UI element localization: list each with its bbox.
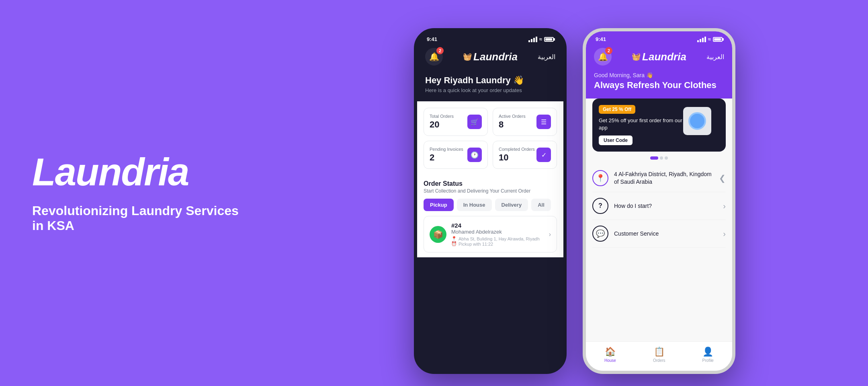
stat-total-orders[interactable]: Total Orders 20 🛒	[424, 108, 488, 136]
order-status-title: Order Status	[424, 180, 557, 187]
notification-badge-2: 2	[605, 47, 612, 54]
customer-service-item[interactable]: 💬 Customer Service ›	[592, 220, 726, 248]
expand-chevron-icon: ❮	[719, 173, 726, 183]
stat-label-active: Active Orders	[499, 114, 526, 119]
stat-completed-orders[interactable]: Completed Orders 10 ✓	[493, 141, 557, 169]
phone1-header: 🔔 2 🧺 Laundria العربية	[417, 45, 563, 74]
promo-dots	[586, 156, 732, 160]
logo-text: Laundria	[473, 51, 518, 63]
clock-icon: ⏰	[451, 241, 457, 246]
promo-text: Get 25% off your first order from our ap…	[599, 117, 683, 131]
stat-icon-cart: 🛒	[467, 115, 482, 129]
profile-nav-label: Profile	[702, 358, 714, 363]
filter-tabs: Pickup In House Delivery All	[424, 199, 557, 211]
dot-1	[650, 156, 658, 160]
location-list-item[interactable]: 📍 4 Al-Fakhriya District, Riyadh, Kingdo…	[592, 164, 726, 192]
stat-pending-invoices[interactable]: Pending Invoices 2 🕐	[424, 141, 488, 169]
arabic-lang-toggle-2[interactable]: العربية	[706, 53, 724, 61]
location-text: 4 Al-Fakhriya District, Riyadh, Kingdom …	[614, 170, 713, 186]
how-to-start-item[interactable]: ? How do I start? ›	[592, 192, 726, 220]
stat-icon-check: ✓	[536, 148, 551, 162]
notification-badge: 2	[436, 47, 444, 54]
logo-2: 🧺 Laundria	[632, 51, 686, 63]
phone-1: 9:41 ≈ 🔔 2 🧺 Lau	[414, 28, 567, 374]
filter-inhouse[interactable]: In House	[457, 199, 492, 211]
logo-hanger-icon-2: 🧺	[632, 52, 641, 61]
home-nav-label: House	[604, 358, 616, 363]
logo: 🧺 Laundria	[463, 51, 518, 63]
phone2-greeting: Good Morning, Sara 👋 Always Refresh Your…	[586, 72, 732, 99]
phone1-greeting: Hey Riyadh Laundry 👋 Here is a quick loo…	[417, 74, 563, 101]
washer-body	[683, 107, 711, 135]
order-customer-name: Mohamed Abdelrazek	[451, 229, 544, 235]
order-time: ⏰ Pickup with 11:22	[451, 241, 544, 246]
arabic-lang-toggle[interactable]: العربية	[538, 53, 555, 61]
stat-value-pending: 2	[430, 152, 463, 163]
stat-label-total: Total Orders	[430, 114, 454, 119]
order-number: #24	[451, 222, 544, 229]
nav-profile[interactable]: 👤 Profile	[702, 347, 714, 363]
dot-3	[665, 156, 668, 160]
order-avatar-icon: 📦	[430, 226, 446, 243]
phones-container: 9:41 ≈ 🔔 2 🧺 Lau	[281, 12, 868, 374]
status-bar-phone1: 9:41 ≈	[417, 31, 563, 45]
battery-icon-2	[713, 37, 723, 42]
stats-grid: Total Orders 20 🛒 Active Orders 8 ☰ Pend…	[417, 101, 563, 175]
stat-value-total: 20	[430, 119, 454, 130]
promo-content: Get 25 % Off Get 25% off your first orde…	[599, 105, 683, 145]
arrow-right-icon-2: ›	[723, 229, 726, 238]
battery-icon	[544, 37, 554, 42]
filter-pickup[interactable]: Pickup	[424, 199, 454, 211]
filter-delivery[interactable]: Delivery	[495, 199, 528, 211]
question-icon: ?	[592, 198, 608, 214]
nav-orders[interactable]: 📋 Orders	[653, 347, 665, 363]
stat-active-orders[interactable]: Active Orders 8 ☰	[493, 108, 557, 136]
stat-label-completed: Completed Orders	[499, 147, 535, 152]
dot-2	[660, 156, 663, 160]
order-info: #24 Mohamed Abdelrazek 📍 Abha St, Bulidi…	[451, 222, 544, 246]
time-phone1: 9:41	[427, 36, 437, 42]
notification-bell[interactable]: 🔔 2	[425, 48, 443, 66]
status-bar-phone2: 9:41 ≈	[586, 31, 732, 45]
promo-card[interactable]: Get 25 % Off Get 25% off your first orde…	[592, 99, 726, 152]
logo-text-2: Laundria	[642, 51, 686, 63]
orders-nav-icon: 📋	[654, 347, 665, 357]
logo-hanger-icon: 🧺	[463, 52, 472, 61]
phone-2: 9:41 ≈ 🔔 2 🧺 Lau	[583, 28, 735, 374]
brand-name: Laundria	[32, 153, 249, 191]
nav-home[interactable]: 🏠 House	[604, 347, 616, 363]
chat-icon: 💬	[592, 226, 608, 242]
location-pin-icon: 📍	[451, 236, 457, 241]
greeting-title: Hey Riyadh Laundry 👋	[425, 75, 555, 86]
left-section: Laundria Revolutionizing Laundry Service…	[0, 121, 281, 265]
signal-icon-2	[697, 37, 706, 42]
bottom-nav: 🏠 House 📋 Orders 👤 Profile	[586, 341, 732, 371]
home-nav-icon: 🏠	[605, 347, 616, 357]
stat-value-completed: 10	[499, 152, 535, 163]
user-code-button[interactable]: User Code	[599, 136, 633, 145]
order-status-subtitle: Start Collection and Delivering Your Cur…	[424, 188, 557, 194]
washing-machine-illustration	[683, 107, 719, 143]
good-morning-title: Always Refresh Your Clothes	[594, 80, 724, 90]
orders-nav-label: Orders	[653, 358, 665, 363]
order-address: 📍 Abha St, Buliding 1, Hay Alrawda, Riya…	[451, 236, 544, 241]
order-card[interactable]: 📦 #24 Mohamed Abdelrazek 📍 Abha St, Buli…	[424, 216, 557, 253]
customer-service-text: Customer Service	[614, 230, 717, 238]
list-section: 📍 4 Al-Fakhriya District, Riyadh, Kingdo…	[586, 164, 732, 248]
order-status-section: Order Status Start Collection and Delive…	[417, 175, 563, 257]
signal-icon	[528, 37, 537, 42]
status-icons-phone2: ≈	[697, 36, 723, 42]
promo-badge: Get 25 % Off	[599, 105, 635, 114]
phone2-header: 🔔 2 🧺 Laundria العربية	[586, 45, 732, 72]
arrow-right-icon-1: ›	[723, 201, 726, 211]
washer-window	[688, 112, 706, 130]
status-icons-phone1: ≈	[528, 36, 554, 42]
stat-label-pending: Pending Invoices	[430, 147, 463, 152]
stat-icon-list: ☰	[536, 115, 551, 129]
wifi-icon-2: ≈	[708, 36, 711, 42]
notification-bell-2[interactable]: 🔔 2	[594, 48, 612, 66]
chevron-right-icon: ›	[549, 231, 551, 238]
how-to-start-text: How do I start?	[614, 202, 717, 210]
time-phone2: 9:41	[596, 36, 606, 42]
filter-all[interactable]: All	[531, 199, 551, 211]
